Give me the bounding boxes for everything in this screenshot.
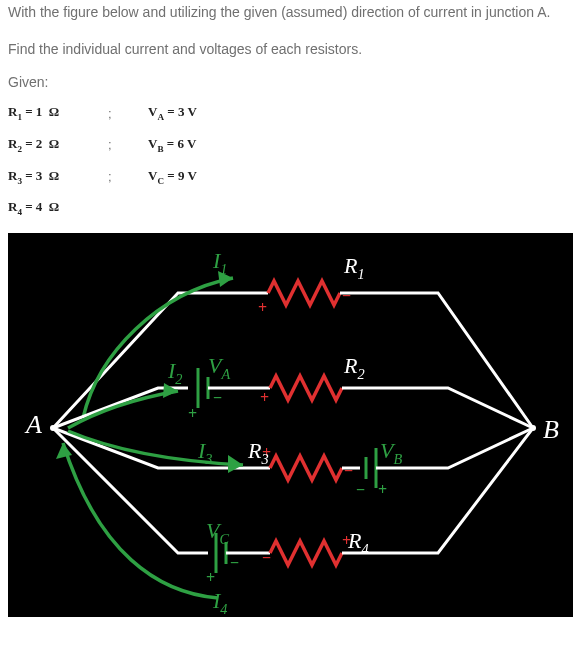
svg-text:+: +: [258, 299, 267, 316]
r3-label: R3: [247, 438, 269, 467]
va-label: VA: [208, 353, 230, 382]
svg-text:−: −: [230, 554, 239, 571]
node-b-label: B: [543, 415, 559, 444]
given-vb: VB = 6 V: [148, 136, 268, 154]
r2-label: R2: [343, 353, 365, 382]
node-a-label: A: [24, 410, 42, 439]
svg-marker-18: [228, 455, 243, 473]
svg-text:+: +: [188, 405, 197, 422]
given-grid: R1 = 1 Ω ; VA = 3 V R2 = 2 Ω ; VB = 6 V …: [8, 104, 573, 216]
given-sep: ;: [108, 106, 148, 121]
circuit-diagram: A B + − R1 I1 + − +: [8, 233, 573, 617]
svg-text:+: +: [206, 569, 215, 586]
i2-label: I2: [167, 358, 182, 387]
r1-label: R1: [343, 253, 365, 282]
i3-label: I3: [197, 438, 212, 467]
given-label: Given:: [8, 74, 573, 90]
vb-label: VB: [380, 438, 402, 467]
i4-label: I4: [212, 588, 227, 617]
svg-text:−: −: [342, 287, 351, 304]
r4-label: R4: [347, 528, 369, 557]
svg-text:+: +: [260, 389, 269, 406]
instruction-line-2: Find the individual current and voltages…: [8, 37, 573, 62]
svg-text:+: +: [378, 481, 387, 498]
given-vc: VC = 9 V: [148, 168, 268, 186]
given-r4: R4 = 4 Ω: [8, 199, 108, 217]
svg-text:−: −: [344, 462, 353, 479]
svg-text:−: −: [213, 389, 222, 406]
vc-label: VC: [206, 518, 229, 547]
given-r3: R3 = 3 Ω: [8, 168, 108, 186]
svg-text:−: −: [356, 481, 365, 498]
given-sep: ;: [108, 169, 148, 184]
given-sep: ;: [108, 137, 148, 152]
given-r1: R1 = 1 Ω: [8, 104, 108, 122]
given-r2: R2 = 2 Ω: [8, 136, 108, 154]
i1-label: I1: [212, 248, 227, 277]
instruction-line-1: With the figure below and utilizing the …: [8, 0, 573, 25]
given-va: VA = 3 V: [148, 104, 268, 122]
